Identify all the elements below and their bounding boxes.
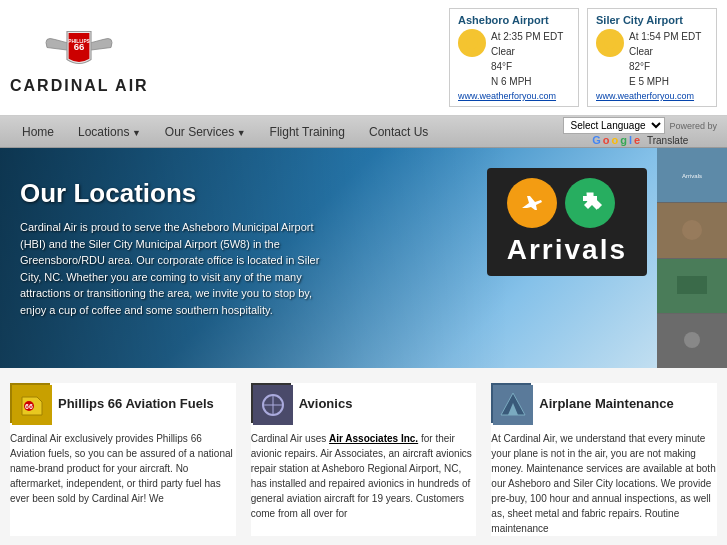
weather-details-2: At 1:54 PM EDT Clear 82°F E 5 MPH [629, 29, 701, 89]
weather-wind-1: N 6 MPH [491, 74, 563, 89]
logo-area: PHILLIPS 66 CARDINAL AIR [10, 20, 149, 95]
hero-content: Our Locations Cardinal Air is proud to s… [20, 178, 340, 318]
logo-icon: PHILLIPS 66 [39, 20, 119, 75]
fuel-icon: 66 [10, 383, 50, 423]
translate-box: Select Language Powered by Google Transl… [563, 117, 717, 146]
weather-url-2[interactable]: www.weatherforyou.com [596, 91, 708, 101]
section-avionics-title: Avionics [299, 396, 353, 411]
svg-point-2 [466, 37, 478, 49]
arrivals-text: Arrivals [507, 234, 627, 266]
section-maintenance-title: Airplane Maintenance [539, 396, 673, 411]
arrivals-icons: ↗ [507, 178, 627, 228]
air-associates-link[interactable]: Air Associates Inc. [329, 433, 418, 444]
maintenance-icon [491, 383, 531, 423]
hero-title: Our Locations [20, 178, 340, 209]
section-avionics: Avionics Cardinal Air uses Air Associate… [251, 383, 477, 536]
weather-box-asheboro: Asheboro Airport At 2:35 PM EDT Clear 84… [449, 8, 579, 107]
hero-banner: Our Locations Cardinal Air is proud to s… [0, 148, 727, 368]
weather-url-1[interactable]: www.weatherforyou.com [458, 91, 570, 101]
svg-point-16 [682, 220, 702, 240]
nav-flight-training[interactable]: Flight Training [258, 119, 357, 145]
hero-sidebar: Arrivals [657, 148, 727, 368]
weather-time-1: At 2:35 PM EDT [491, 29, 563, 44]
section-avionics-header: Avionics [251, 383, 477, 423]
main-content: 66 Phillips 66 Aviation Fuels Cardinal A… [0, 368, 727, 545]
hero-text: Cardinal Air is proud to serve the Asheb… [20, 219, 340, 318]
svg-text:Arrivals: Arrivals [682, 173, 702, 179]
weather-condition-2: Clear [629, 44, 701, 59]
nav-locations[interactable]: Locations [66, 119, 153, 145]
weather-temp-1: 84°F [491, 59, 563, 74]
weather-details-1: At 2:35 PM EDT Clear 84°F N 6 MPH [491, 29, 563, 89]
airport-name-2: Siler City Airport [596, 14, 708, 26]
thumb-1[interactable]: Arrivals [657, 148, 727, 202]
weather-condition-1: Clear [491, 44, 563, 59]
svg-rect-18 [677, 276, 707, 294]
google-translate-label: Google Translate [592, 134, 688, 146]
avionics-icon [251, 383, 291, 423]
weather-icon-2 [596, 29, 624, 57]
section-maintenance-header: Airplane Maintenance [491, 383, 717, 423]
section-fuels: 66 Phillips 66 Aviation Fuels Cardinal A… [10, 383, 236, 536]
nav-services[interactable]: Our Services [153, 119, 258, 145]
svg-text:66: 66 [74, 41, 85, 52]
thumb-2[interactable] [657, 203, 727, 257]
weather-icon-1 [458, 29, 486, 57]
arrow-icon-circle: ↗ [565, 178, 615, 228]
svg-point-7 [604, 37, 616, 49]
svg-text:↗: ↗ [583, 193, 596, 210]
nav-contact-us[interactable]: Contact Us [357, 119, 440, 145]
section-maintenance-body: At Cardinal Air, we understand that ever… [491, 431, 717, 536]
thumb-4[interactable] [657, 314, 727, 368]
svg-text:66: 66 [25, 403, 33, 410]
weather-box-silercity: Siler City Airport At 1:54 PM EDT Clear … [587, 8, 717, 107]
content-grid: 66 Phillips 66 Aviation Fuels Cardinal A… [10, 383, 717, 536]
nav: Home Locations Our Services Flight Train… [0, 116, 727, 148]
svg-point-20 [684, 332, 700, 348]
plane-icon-circle [507, 178, 557, 228]
header: PHILLIPS 66 CARDINAL AIR Asheboro Airpor… [0, 0, 727, 116]
section-avionics-body: Cardinal Air uses Air Associates Inc. fo… [251, 431, 477, 521]
section-fuels-body: Cardinal Air exclusively provides Philli… [10, 431, 236, 506]
thumb-3[interactable] [657, 259, 727, 313]
powered-by-label: Powered by [669, 121, 717, 131]
weather-time-2: At 1:54 PM EDT [629, 29, 701, 44]
weather-wind-2: E 5 MPH [629, 74, 701, 89]
section-maintenance: Airplane Maintenance At Cardinal Air, we… [491, 383, 717, 536]
nav-home[interactable]: Home [10, 119, 66, 145]
arrivals-sign: ↗ Arrivals [487, 168, 647, 276]
weather-boxes: Asheboro Airport At 2:35 PM EDT Clear 84… [449, 8, 717, 107]
language-select[interactable]: Select Language [563, 117, 665, 134]
weather-temp-2: 82°F [629, 59, 701, 74]
section-fuels-title: Phillips 66 Aviation Fuels [58, 396, 214, 411]
section-fuels-header: 66 Phillips 66 Aviation Fuels [10, 383, 236, 423]
logo-text: CARDINAL AIR [10, 77, 149, 95]
airport-name-1: Asheboro Airport [458, 14, 570, 26]
